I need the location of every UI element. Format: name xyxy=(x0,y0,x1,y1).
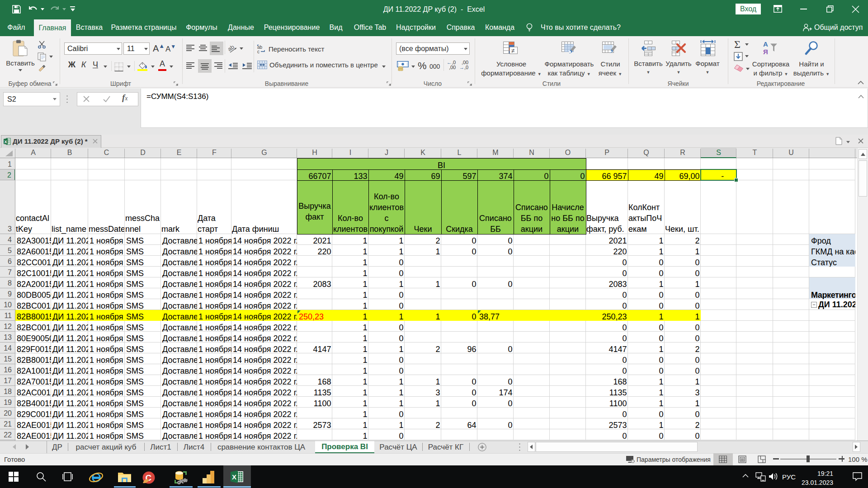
svg-text:X: X xyxy=(232,473,236,481)
svg-text:Я: Я xyxy=(763,48,768,56)
svg-text:c: c xyxy=(257,49,259,54)
svg-text:X: X xyxy=(4,140,7,144)
svg-text:А: А xyxy=(763,40,768,48)
svg-text:≠: ≠ xyxy=(511,47,515,54)
